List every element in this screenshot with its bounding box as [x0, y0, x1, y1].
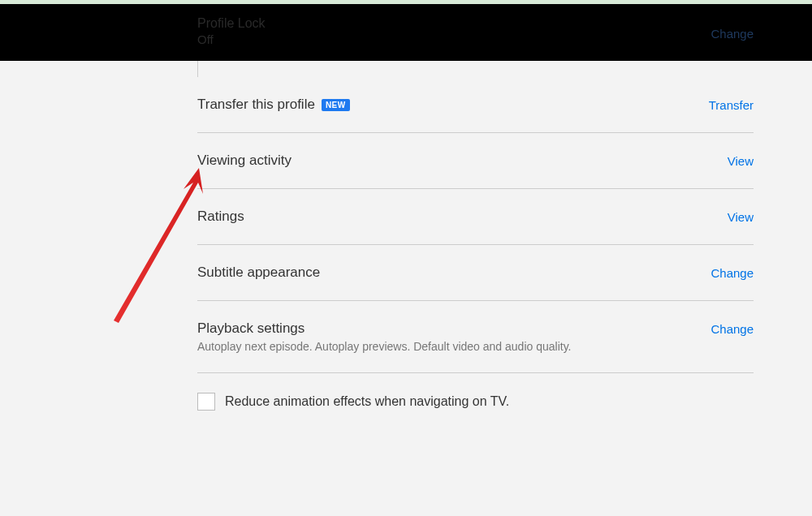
viewing-activity-title: Viewing activity — [197, 153, 292, 169]
subtitle-appearance-row: Subtitle appearance Change — [197, 245, 754, 301]
profile-lock-change-link[interactable]: Change — [710, 27, 754, 41]
playback-settings-description: Autoplay next episode. Autoplay previews… — [197, 340, 710, 353]
ratings-view-link[interactable]: View — [728, 209, 754, 224]
playback-change-link[interactable]: Change — [710, 320, 754, 336]
playback-settings-row: Playback settings Autoplay next episode.… — [197, 301, 754, 373]
subtitle-change-link[interactable]: Change — [710, 264, 754, 280]
new-badge: NEW — [322, 99, 350, 111]
profile-lock-status: Off — [197, 32, 266, 46]
profile-lock-banner: Profile Lock Off Change — [0, 4, 812, 61]
viewing-activity-view-link[interactable]: View — [728, 153, 754, 168]
settings-list: Transfer this profile NEW Transfer Viewi… — [197, 61, 754, 430]
profile-lock-title: Profile Lock — [197, 16, 266, 31]
reduce-animation-checkbox[interactable] — [197, 393, 215, 411]
ratings-row: Ratings View — [197, 189, 754, 245]
playback-settings-title: Playback settings — [197, 320, 304, 337]
subtitle-appearance-title: Subtitle appearance — [197, 264, 320, 281]
viewing-activity-row: Viewing activity View — [197, 133, 754, 189]
reduce-animation-label: Reduce animation effects when navigating… — [225, 394, 509, 409]
transfer-profile-title: Transfer this profile — [197, 97, 315, 113]
reduce-animation-row: Reduce animation effects when navigating… — [197, 373, 754, 430]
transfer-link[interactable]: Transfer — [709, 97, 754, 112]
transfer-profile-row: Transfer this profile NEW Transfer — [197, 77, 754, 133]
divider-stub — [197, 61, 754, 77]
ratings-title: Ratings — [197, 209, 244, 225]
